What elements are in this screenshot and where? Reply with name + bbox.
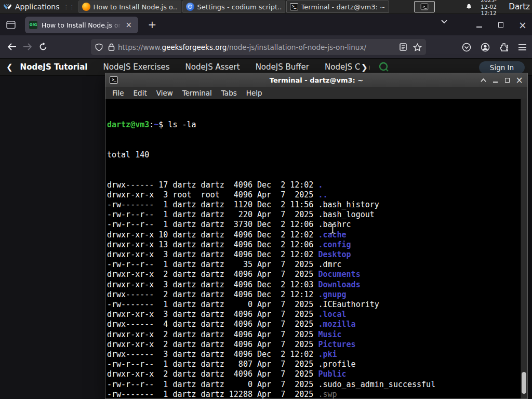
total-line: total 140 <box>107 150 520 160</box>
prompt-line: dartz@vm3:~$ ls -la <box>107 120 520 130</box>
terminal-menu-item[interactable]: Help <box>242 88 267 98</box>
file-attributes: drwxr-xr-x 10 dartz dartz 4096 Dec 2 12:… <box>107 230 318 240</box>
xfce-logo-icon <box>3 3 12 11</box>
terminal-title: Terminal - dartz@vm3: ~ <box>105 76 527 84</box>
pocket-icon[interactable] <box>462 43 471 52</box>
file-name: .sudo_as_admin_successful <box>318 380 435 389</box>
file-name: .local <box>318 310 346 319</box>
reload-button[interactable] <box>35 39 51 55</box>
tab-close-button[interactable]: × <box>123 20 134 30</box>
bookmark-star-icon[interactable] <box>413 43 422 51</box>
workspace-switcher[interactable]: >_ <box>414 1 435 12</box>
file-attributes: -rw-r--r-- 1 dartz dartz 35 Apr 7 2025 <box>107 260 318 269</box>
reader-mode-icon[interactable] <box>400 43 407 51</box>
site-nav-link[interactable]: NodeJS Assert <box>185 62 240 72</box>
taskbar-window-button[interactable]: Settings - codium script... <box>182 1 285 13</box>
file-listing-row: drwxr-xr-x 2 dartz dartz 4096 Apr 7 2025… <box>107 369 520 379</box>
terminal-output[interactable]: dartz@vm3:~$ ls -la total 140 drwx------… <box>105 99 527 398</box>
terminal-menu-item[interactable]: File <box>108 88 129 98</box>
file-listing-row: drwx------ 4 dartz dartz 4096 Apr 7 2025… <box>107 320 520 329</box>
back-button[interactable] <box>4 39 20 55</box>
site-nav-link[interactable]: NodeJS Tutorial <box>20 62 88 72</box>
taskbar: How to Install Node.js o... Settings - c… <box>78 1 390 13</box>
file-listing-row: drwxr-xr-x 2 dartz dartz 4096 Apr 7 2025… <box>107 270 520 280</box>
sign-in-button[interactable]: Sign In <box>479 61 525 74</box>
clock-time: 12:12 <box>477 10 500 17</box>
browser-tab[interactable]: GfG How to Install Node.js on × <box>25 17 138 33</box>
extensions-puzzle-icon[interactable] <box>499 43 509 52</box>
terminal-menubar: FileEditViewTerminalTabsHelp <box>105 87 527 99</box>
site-search-icon[interactable] <box>378 61 390 73</box>
terminal-menu-item[interactable]: Tabs <box>217 88 242 98</box>
site-nav-items: NodeJS TutorialNodeJS ExercisesNodeJS As… <box>20 62 369 72</box>
file-listing-row: drwxr-xr-x 13 dartz dartz 4096 Dec 2 12:… <box>107 240 520 250</box>
clock[interactable]: 2025-12-02 12:12 <box>477 0 500 17</box>
file-attributes: drwxr-xr-x 3 root root 4096 Apr 7 2025 <box>107 190 318 200</box>
file-attributes: drwxr-xr-x 3 dartz dartz 4096 Dec 2 12:0… <box>107 250 318 259</box>
file-listing-row: drwx------ 17 dartz dartz 4096 Dec 2 12:… <box>107 180 520 190</box>
file-attributes: -rw------- 1 dartz dartz 0 Apr 7 2025 <box>107 300 318 309</box>
window-app-icon <box>82 3 90 11</box>
chevron-up-icon <box>481 78 486 82</box>
terminal-scrollbar[interactable] <box>521 99 527 398</box>
tracking-shield-icon[interactable] <box>95 43 103 51</box>
chevron-down-icon <box>441 19 448 24</box>
file-attributes: drwx------ 2 dartz dartz 4096 Dec 2 12:1… <box>107 290 318 299</box>
taskbar-window-button[interactable]: >_ Terminal - dartz@vm3: ~ <box>286 1 389 13</box>
file-name: .ICEauthority <box>318 300 379 309</box>
terminal-titlebar[interactable]: >_ Terminal - dartz@vm3: ~ × <box>105 73 527 87</box>
list-all-tabs-button[interactable] <box>441 19 448 24</box>
forward-button[interactable] <box>20 39 35 55</box>
url-scheme: https://www. <box>118 43 162 51</box>
browser-minimize-button[interactable] <box>475 21 483 29</box>
nav-scroll-right-button[interactable]: ❯ <box>360 62 369 72</box>
terminal-menu-item[interactable]: View <box>152 88 178 98</box>
panel-handle: ⋮⋮ <box>64 4 75 10</box>
taskbar-window-button[interactable]: How to Install Node.js o... <box>78 1 181 13</box>
file-name: Documents <box>318 270 360 279</box>
url-domain: geeksforgeeks.org <box>162 43 227 51</box>
file-listing-row: -rw-r--r-- 1 dartz dartz 220 Apr 7 2025 … <box>107 210 520 220</box>
file-listing: drwx------ 17 dartz dartz 4096 Dec 2 12:… <box>107 180 520 398</box>
file-name: .bash_logout <box>318 210 374 219</box>
browser-window-controls: × <box>475 14 527 35</box>
terminal-window-controls: × <box>480 76 523 84</box>
file-listing-row: -rw-r--r-- 1 dartz dartz 0 Apr 7 2025 .s… <box>107 380 520 390</box>
terminal-menu-item[interactable]: Edit <box>129 88 152 98</box>
nav-scroll-left-button[interactable]: ❮ <box>6 62 13 72</box>
site-nav-link[interactable]: NodeJS Exercises <box>103 62 170 72</box>
file-name: Downloads <box>318 280 360 289</box>
firefox-view-button[interactable] <box>4 18 18 32</box>
prompt-user-host: dartz@vm3 <box>107 120 149 129</box>
prompt-colon: : <box>149 120 154 129</box>
lock-icon[interactable] <box>108 43 115 51</box>
file-attributes: drwxr-xr-x 3 dartz dartz 4096 Apr 7 2025 <box>107 310 318 319</box>
terminal-minimize-button[interactable] <box>491 76 499 84</box>
site-nav-link[interactable]: NodeJS Buffer <box>256 62 309 72</box>
account-icon[interactable] <box>481 43 490 52</box>
file-listing-row: drwxr-xr-x 3 dartz dartz 4096 Dec 2 12:0… <box>107 250 520 260</box>
file-name: Pictures <box>318 340 355 349</box>
browser-maximize-button[interactable] <box>497 21 505 29</box>
url-bar[interactable]: https://www.geeksforgeeks.org/node-js/in… <box>91 39 426 55</box>
file-attributes: -rw-r--r-- 1 dartz dartz 220 Apr 7 2025 <box>107 210 318 219</box>
file-name: . <box>318 180 323 190</box>
session-user-label[interactable]: Dartz <box>509 2 530 11</box>
terminal-menu-item[interactable]: Terminal <box>178 88 217 98</box>
file-listing-row: -rw------- 1 dartz dartz 12288 Apr 7 202… <box>107 390 520 398</box>
browser-close-button[interactable]: × <box>518 21 527 29</box>
terminal-shade-button[interactable] <box>480 76 487 84</box>
notification-bell-icon[interactable] <box>466 3 472 11</box>
terminal-scrollbar-thumb[interactable] <box>522 372 526 394</box>
applications-menu-button[interactable]: Applications <box>0 0 64 14</box>
geeksforgeeks-favicon: GfG <box>29 21 37 29</box>
new-tab-button[interactable]: + <box>145 18 159 32</box>
file-attributes: -rw-r--r-- 1 dartz dartz 3730 Dec 2 12:0… <box>107 220 318 229</box>
terminal-maximize-button[interactable] <box>503 76 511 84</box>
file-name: .gnupg <box>318 290 346 299</box>
terminal-window: >_ Terminal - dartz@vm3: ~ × FileEditVie… <box>105 73 528 399</box>
hamburger-menu-icon[interactable] <box>518 44 527 51</box>
file-attributes: drwx------ 3 dartz dartz 4096 Dec 2 12:0… <box>107 350 318 359</box>
file-listing-row: drwx------ 3 dartz dartz 4096 Dec 2 12:0… <box>107 350 520 360</box>
terminal-close-button[interactable]: × <box>515 76 523 84</box>
